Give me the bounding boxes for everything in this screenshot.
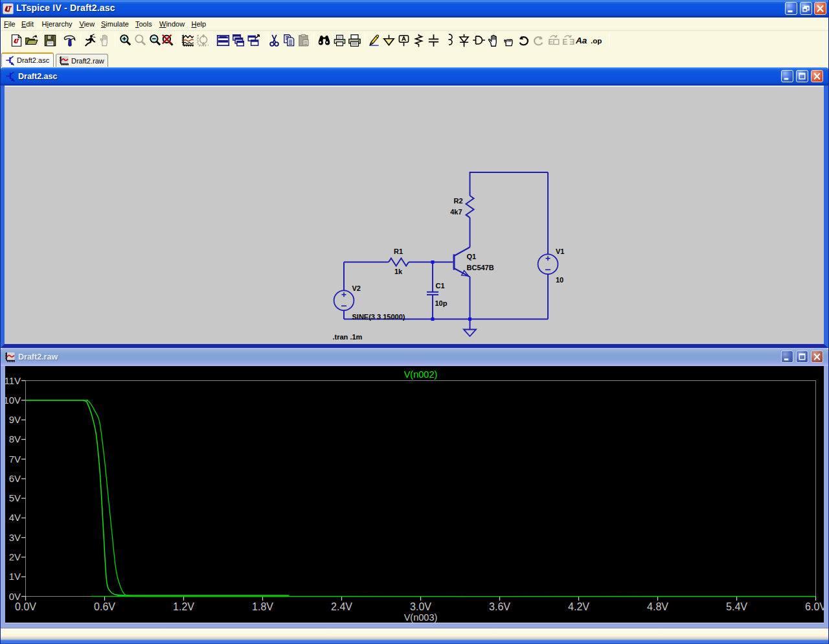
waveform-window-title-bar[interactable]: Draft2.raw <box>1 348 828 366</box>
zoom-back-button[interactable] <box>133 32 148 48</box>
tile-vertically-button[interactable] <box>246 32 261 48</box>
place-component-icon <box>471 33 486 48</box>
schematic-maximize-button[interactable] <box>796 70 808 82</box>
y-axis-tick-label: 9V <box>9 414 21 425</box>
tab-label: Draft2.raw <box>71 57 104 65</box>
open-icon <box>24 33 39 48</box>
schematic-close-button[interactable] <box>811 70 823 82</box>
menu-simulate[interactable]: Simulate <box>100 17 130 30</box>
drag-button[interactable] <box>501 32 516 48</box>
toolbar-separator <box>40 33 41 47</box>
copy-icon <box>282 33 297 48</box>
toolbar-separator <box>313 33 314 47</box>
x-axis-tick-label: 1.2V <box>173 601 194 612</box>
schematic-wiring: R24k7R11kQ1BC547BC110pV2SINE(3 3 15000)V… <box>333 172 565 341</box>
maximize-icon <box>797 351 808 362</box>
print-button[interactable] <box>347 32 362 48</box>
zoom-full-extents-button[interactable] <box>160 32 175 48</box>
schematic-minimize-button[interactable] <box>781 70 793 82</box>
close-button[interactable] <box>814 2 826 15</box>
menu-file[interactable]: File <box>3 17 17 30</box>
open-button[interactable] <box>24 32 39 48</box>
waveform-maximize-button[interactable] <box>796 351 808 363</box>
place-component-button[interactable] <box>471 32 486 48</box>
autorange-y-axis-button[interactable] <box>180 32 195 48</box>
schematic-window: Draft2.asc R24k7R11kQ1BC547BC110pV2SINE(… <box>1 67 828 348</box>
toolbar-separator <box>115 33 115 47</box>
run-icon <box>82 33 97 48</box>
print-icon <box>347 33 362 48</box>
spice-directive-button[interactable]: .op <box>589 32 604 48</box>
schematic-label: V1 <box>556 247 564 255</box>
waveform-minimize-button[interactable] <box>781 351 793 363</box>
minimize-icon <box>782 71 793 82</box>
draw-wire-button[interactable] <box>367 32 381 48</box>
schematic-canvas[interactable]: R24k7R11kQ1BC547BC110pV2SINE(3 3 15000)V… <box>1 86 828 348</box>
toolbar-separator <box>80 33 81 47</box>
schematic-label: SINE(3 3 15000) <box>352 313 405 321</box>
tab-draft2.asc[interactable]: Draft2.asc <box>1 52 54 67</box>
menu-view[interactable]: View <box>78 17 97 30</box>
menu-window[interactable]: Window <box>158 17 186 30</box>
place-resistor-button[interactable] <box>411 32 426 48</box>
menu-help[interactable]: Help <box>190 17 208 30</box>
waveform-plot-area[interactable]: 0V1V2V3V4V5V6V7V8V9V10V11V0.0V0.6V1.2V1.… <box>1 366 828 628</box>
rotate-icon: E <box>546 33 561 48</box>
waveform-window-title: Draft2.raw <box>18 352 58 362</box>
svg-text:.op: .op <box>591 37 602 45</box>
schematic-drawing: R24k7R11kQ1BC547BC110pV2SINE(3 3 15000)V… <box>5 86 824 343</box>
zoom-in-icon <box>118 33 133 48</box>
waveform-bottom-bevel <box>5 623 824 623</box>
schematic-window-title-bar[interactable]: Draft2.asc <box>1 67 828 86</box>
zoom-in-button[interactable] <box>118 32 133 48</box>
tile-horizontally-button[interactable] <box>216 32 231 48</box>
new-schematic-icon <box>9 33 24 48</box>
menu-tools[interactable]: Tools <box>134 17 153 30</box>
save-button[interactable] <box>43 32 58 48</box>
autorange-y-axis-icon <box>180 33 195 48</box>
app-icon[interactable] <box>3 3 14 14</box>
restore-button[interactable] <box>800 2 812 15</box>
schematic-label: R2 <box>453 197 462 205</box>
move-button[interactable] <box>486 32 501 48</box>
redo-button[interactable] <box>531 32 546 48</box>
menu-edit[interactable]: Edit <box>20 17 35 30</box>
label-net-icon <box>396 33 411 48</box>
toolbar-separator <box>332 33 333 47</box>
place-capacitor-button[interactable] <box>426 32 441 48</box>
place-capacitor-icon <box>426 33 441 48</box>
place-text-button[interactable]: Aa <box>575 32 590 48</box>
place-diode-button[interactable] <box>457 32 471 48</box>
x-axis-tick-label: 1.8V <box>252 601 273 612</box>
print-preview-button[interactable] <box>332 32 347 48</box>
minimize-button[interactable] <box>785 2 797 15</box>
rotate-button[interactable]: E <box>546 32 561 48</box>
label-net-button[interactable] <box>396 32 411 48</box>
copy-button[interactable] <box>282 32 297 48</box>
control-panel-icon <box>62 33 77 48</box>
close-icon <box>815 3 826 14</box>
menu-hierarchy[interactable]: Hierarchy <box>41 17 74 30</box>
waveform-close-button[interactable] <box>811 351 823 363</box>
minimize-icon <box>786 3 797 14</box>
redo-icon <box>531 33 546 48</box>
place-ground-button[interactable] <box>381 32 396 48</box>
place-inductor-button[interactable] <box>442 32 457 48</box>
place-inductor-icon <box>442 33 457 48</box>
undo-button[interactable] <box>516 32 531 48</box>
cascade-windows-button[interactable] <box>231 32 245 48</box>
paste-button[interactable] <box>297 32 312 48</box>
run-button[interactable] <box>82 32 97 48</box>
tab-draft2.raw[interactable]: Draft2.raw <box>56 54 108 67</box>
svg-text:Aa: Aa <box>575 36 587 45</box>
control-panel-button[interactable] <box>62 32 77 48</box>
svg-text:E: E <box>562 38 567 47</box>
trace-title: V(n002) <box>404 369 438 380</box>
pan-view-button[interactable] <box>195 32 210 48</box>
close-icon <box>812 351 823 362</box>
mirror-button[interactable]: E E <box>560 32 575 48</box>
y-axis-tick-label: 3V <box>9 532 21 543</box>
new-schematic-button[interactable] <box>9 32 24 48</box>
find-button[interactable] <box>317 32 332 48</box>
halt-button[interactable] <box>97 32 112 48</box>
